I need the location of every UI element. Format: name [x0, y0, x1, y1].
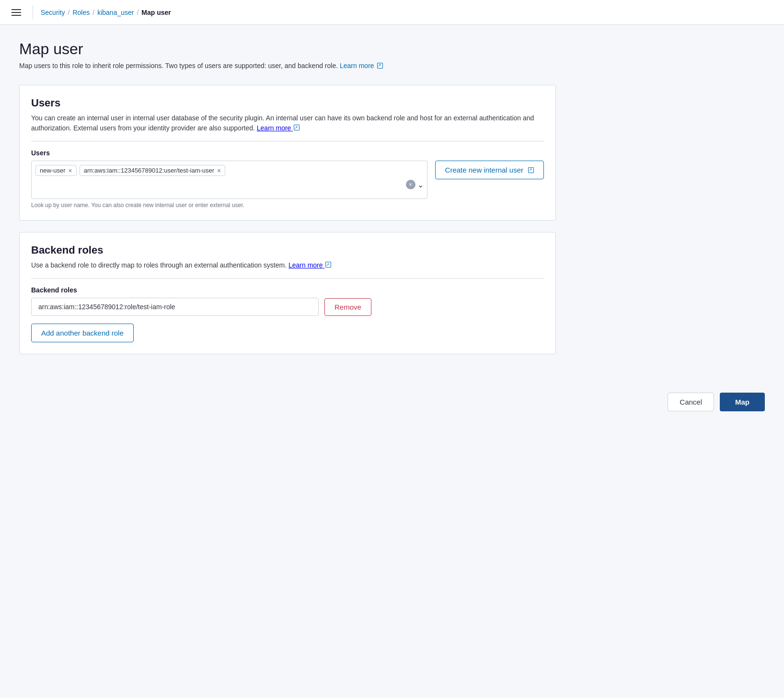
- remove-backend-role-button[interactable]: Remove: [324, 298, 371, 316]
- user-tag-new-user: new-user ×: [35, 165, 77, 176]
- add-backend-role-button[interactable]: Add another backend role: [31, 324, 134, 342]
- users-section-card: Users You can create an internal user in…: [19, 85, 556, 221]
- backend-roles-field-label: Backend roles: [31, 286, 544, 294]
- footer-actions: Cancel Map: [0, 381, 784, 423]
- users-section-description: You can create an internal user in inter…: [31, 113, 544, 133]
- breadcrumb-separator: /: [68, 9, 70, 16]
- breadcrumb-security[interactable]: Security: [41, 9, 65, 16]
- users-field-label: Users: [31, 149, 544, 157]
- users-help-text: Look up by user name. You can also creat…: [31, 202, 427, 209]
- page-title: Map user: [19, 40, 556, 58]
- create-user-external-icon: [528, 167, 534, 173]
- breadcrumb-roles[interactable]: Roles: [72, 9, 90, 16]
- breadcrumb-current: Map user: [141, 9, 171, 16]
- chevron-down-icon[interactable]: ⌄: [417, 180, 424, 189]
- backend-roles-learn-more-link[interactable]: Learn more: [288, 261, 331, 269]
- breadcrumb-separator-2: /: [92, 9, 94, 16]
- backend-external-link-icon: [325, 262, 331, 268]
- users-divider: [31, 141, 544, 141]
- user-tag-iam-label: arn:aws:iam::123456789012:user/test-iam-…: [84, 167, 214, 174]
- users-field-body: new-user × arn:aws:iam::123456789012:use…: [31, 161, 544, 209]
- breadcrumb: Security / Roles / kibana_user / Map use…: [41, 9, 171, 16]
- breadcrumb-kibana-user[interactable]: kibana_user: [97, 9, 134, 16]
- create-internal-user-button[interactable]: Create new internal user: [435, 161, 544, 179]
- users-combobox-wrapper: new-user × arn:aws:iam::123456789012:use…: [31, 161, 427, 209]
- page-content: Map user Map users to this role to inher…: [0, 25, 575, 381]
- breadcrumb-separator-3: /: [137, 9, 138, 16]
- page-learn-more-link[interactable]: Learn more: [340, 62, 383, 70]
- combo-controls: × ⌄: [406, 180, 424, 189]
- users-combobox[interactable]: new-user × arn:aws:iam::123456789012:use…: [31, 161, 427, 199]
- external-link-icon: [377, 63, 383, 69]
- users-learn-more-link[interactable]: Learn more: [257, 124, 300, 132]
- page-description: Map users to this role to inherit role p…: [19, 62, 556, 70]
- user-tag-iam: arn:aws:iam::123456789012:user/test-iam-…: [80, 165, 226, 176]
- users-external-link-icon: [294, 125, 300, 130]
- user-tag-iam-remove[interactable]: ×: [217, 167, 221, 174]
- user-tag-new-user-label: new-user: [40, 167, 65, 174]
- combo-clear-button[interactable]: ×: [406, 180, 415, 189]
- hamburger-menu-button[interactable]: [12, 9, 21, 16]
- backend-roles-field-row: Remove: [31, 298, 544, 316]
- backend-roles-section-title: Backend roles: [31, 244, 544, 256]
- backend-role-input[interactable]: [31, 298, 319, 316]
- backend-roles-divider: [31, 278, 544, 279]
- backend-roles-section-card: Backend roles Use a backend role to dire…: [19, 232, 556, 354]
- nav-separator: [33, 5, 33, 20]
- users-section-title: Users: [31, 97, 544, 109]
- cancel-button[interactable]: Cancel: [668, 393, 714, 411]
- map-button[interactable]: Map: [720, 393, 765, 411]
- top-navigation: Security / Roles / kibana_user / Map use…: [0, 0, 784, 25]
- user-tag-new-user-remove[interactable]: ×: [68, 167, 72, 174]
- backend-roles-section-description: Use a backend role to directly map to ro…: [31, 260, 544, 270]
